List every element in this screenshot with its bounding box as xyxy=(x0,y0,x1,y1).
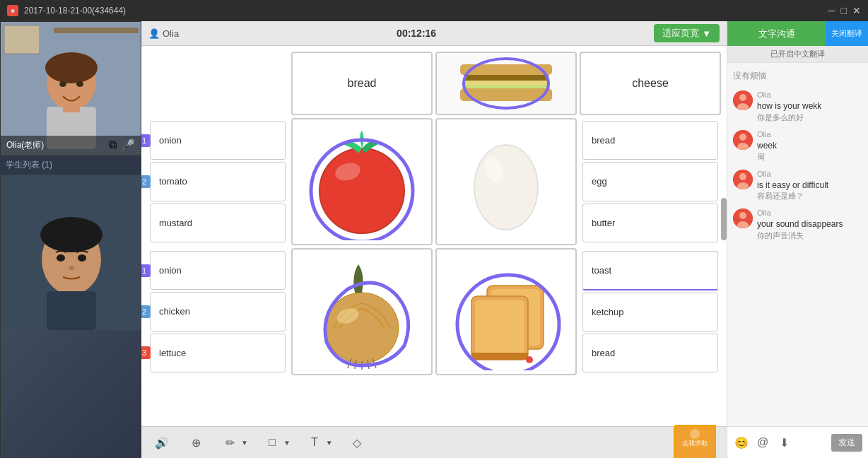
text-tool[interactable]: T ▼ xyxy=(305,433,333,452)
teacher-video-overlay: Olia(老师) ⧉ 🎤 xyxy=(1,136,141,155)
word-stack-bottom-left: 1 onion 2 chicken 3 lettuce xyxy=(147,248,288,375)
dropdown-arrow-icon: ▼ xyxy=(702,28,711,39)
msg-content-1: Olia how is your wekk 你是多么的好 xyxy=(757,90,862,123)
svg-point-11 xyxy=(40,217,102,252)
mic-icon: 🎤 xyxy=(121,139,135,152)
minimize-icon[interactable]: ─ xyxy=(828,5,835,16)
teacher-label: Olia(老师) xyxy=(6,139,44,151)
svg-point-13 xyxy=(78,254,86,262)
chat-message-3: Olia is it easy or difficult 容易还是难？ xyxy=(733,170,862,202)
word-stack-right-mid: bread egg butter xyxy=(580,118,721,245)
top-toolbar: 👤 Olia 00:12:16 适应页宽 ▼ xyxy=(141,21,727,46)
rect-icon: □ xyxy=(262,433,282,452)
right-panel: 文字沟通 关闭翻译 已开启中文翻译 没有烦恼 xyxy=(727,21,868,458)
compass-button[interactable]: ⊕ xyxy=(186,433,206,452)
svg-point-47 xyxy=(739,94,746,101)
scrollbar[interactable] xyxy=(721,198,727,240)
word-mustard: mustard xyxy=(150,204,286,242)
eraser-tool[interactable]: ◇ xyxy=(347,433,367,452)
word-butter: butter xyxy=(582,204,718,242)
egg-svg xyxy=(452,124,561,240)
svg-rect-19 xyxy=(464,85,549,88)
msg-content-4: Olia your sound disappears 你的声音消失 xyxy=(757,209,862,241)
emoji-button[interactable]: 😊 xyxy=(733,434,750,451)
teacher-video: Olia(老师) ⧉ 🎤 xyxy=(0,21,141,155)
word-tomato: 2 tomato xyxy=(150,162,286,201)
svg-rect-15 xyxy=(47,291,96,330)
card-toast-image xyxy=(435,248,577,375)
msg-content-3: Olia is it easy or difficult 容易还是难？ xyxy=(757,170,862,202)
bottom-toolbar: 🔊 ⊕ ✏ ▼ □ ▼ T ▼ ◇ 点我求助 xyxy=(141,426,727,458)
num-2: 2 xyxy=(141,175,151,188)
tomato-svg xyxy=(305,124,418,240)
main-layout: Olia(老师) ⧉ 🎤 学生列表 (1) xyxy=(0,21,868,458)
volume-button[interactable]: 🔊 xyxy=(152,433,172,452)
word-onion-bot: 1 onion xyxy=(150,251,286,290)
card-cheese-top: cheese xyxy=(580,52,721,115)
left-panel: Olia(老师) ⧉ 🎤 学生列表 (1) xyxy=(0,21,141,458)
middle-content: 👤 Olia 00:12:16 适应页宽 ▼ bread xyxy=(141,21,727,458)
card-onion-image xyxy=(291,248,433,375)
flashcard-area: bread cheese xyxy=(141,46,727,426)
num-2-bot: 2 xyxy=(141,305,151,318)
word-chicken: 2 chicken xyxy=(150,292,286,331)
send-button[interactable]: 发送 xyxy=(831,434,862,452)
svg-point-56 xyxy=(739,212,746,219)
word-ketchup: ketchup xyxy=(582,293,718,331)
word-bread-bot: bread xyxy=(582,334,718,372)
pen-icon: ✏ xyxy=(220,433,240,452)
onion-svg xyxy=(305,254,418,370)
svg-point-12 xyxy=(57,254,65,262)
download-button[interactable]: ⬇ xyxy=(775,434,792,451)
svg-point-26 xyxy=(474,145,538,230)
svg-point-8 xyxy=(76,81,83,87)
card-sandwich-image xyxy=(435,52,577,115)
chat-message-1: Olia how is your wekk 你是多么的好 xyxy=(733,90,862,123)
chat-message-4: Olia your sound disappears 你的声音消失 xyxy=(733,209,862,241)
translate-toggle[interactable]: 关闭翻译 xyxy=(826,21,868,46)
svg-point-45 xyxy=(690,429,700,439)
svg-rect-2 xyxy=(54,28,139,33)
word-onion-mid: 1 onion xyxy=(150,121,286,160)
help-icon: 点我求助 xyxy=(676,427,715,458)
rect-dropdown-arrow: ▼ xyxy=(283,439,291,447)
username-display: Olia xyxy=(163,28,179,39)
help-button[interactable]: 点我求助 xyxy=(674,425,716,458)
sandwich-svg xyxy=(450,57,563,110)
close-icon[interactable]: ✕ xyxy=(852,5,861,16)
pen-tool[interactable]: ✏ ▼ xyxy=(220,433,248,452)
word-bread-mid: bread xyxy=(582,121,718,160)
card-bread-top: bread xyxy=(291,52,433,115)
num-3-bot: 3 xyxy=(141,346,151,359)
avatar-1 xyxy=(733,90,753,110)
avatar-2 xyxy=(733,130,753,150)
avatar-4 xyxy=(733,209,753,228)
maximize-icon[interactable]: □ xyxy=(841,5,847,16)
word-stack-middle-left: 1 onion 2 tomato mustard xyxy=(147,118,288,245)
svg-rect-18 xyxy=(464,81,549,85)
fit-width-button[interactable]: 适应页宽 ▼ xyxy=(654,24,720,42)
word-stack-right-bot: toast ketchup bread xyxy=(580,248,721,375)
teacher-video-icons: ⧉ 🎤 xyxy=(109,139,135,152)
rect-tool[interactable]: □ ▼ xyxy=(262,433,291,452)
svg-point-42 xyxy=(526,356,533,363)
svg-point-7 xyxy=(59,81,66,87)
title-bar: ● 2017-10-18-21-00(434644) ─ □ ✕ xyxy=(0,0,868,21)
student-face-svg xyxy=(1,175,141,330)
student-video xyxy=(0,174,141,458)
session-timer: 00:12:16 xyxy=(189,28,643,39)
svg-rect-1 xyxy=(4,25,40,54)
user-info: 👤 Olia xyxy=(148,28,179,39)
word-stack-bottom-right: toast ketchup bread xyxy=(580,248,721,375)
text-icon: T xyxy=(305,433,324,452)
chat-tab[interactable]: 文字沟通 xyxy=(727,21,826,46)
window-title: 2017-10-18-21-00(434644) xyxy=(24,6,126,16)
word-lettuce: 3 lettuce xyxy=(150,334,286,372)
word-egg: egg xyxy=(582,162,718,201)
text-dropdown-arrow: ▼ xyxy=(326,439,333,447)
at-button[interactable]: @ xyxy=(754,434,771,451)
word-toast: toast xyxy=(582,251,718,290)
svg-point-50 xyxy=(739,134,746,141)
chat-message-2: Olia week 周 xyxy=(733,130,862,163)
translate-status: 已开启中文翻译 xyxy=(727,46,868,63)
